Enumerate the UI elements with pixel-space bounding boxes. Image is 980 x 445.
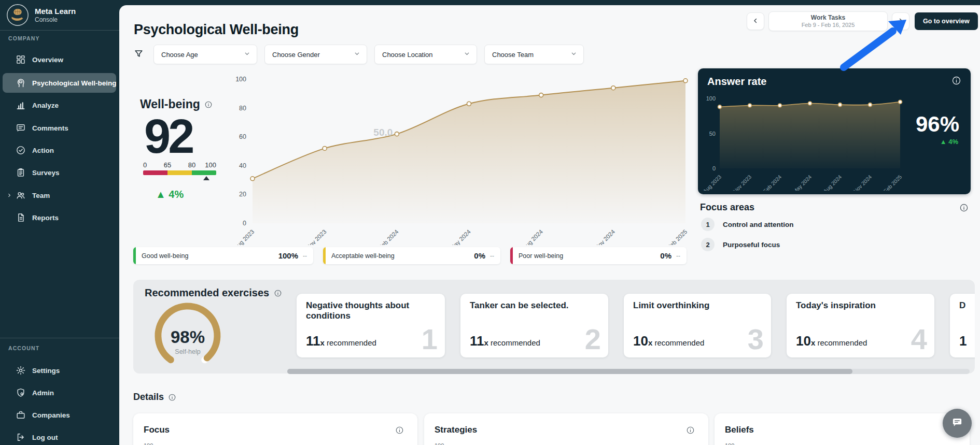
- exercise-count: 11x recommended: [306, 333, 376, 349]
- sidebar-item-label: Surveys: [32, 169, 60, 177]
- logout-icon: [16, 432, 26, 442]
- period-prev-button[interactable]: [747, 12, 764, 30]
- svg-text:Nov 2024: Nov 2024: [852, 174, 873, 191]
- answer-rate-delta: ▲ 4%: [940, 138, 958, 146]
- info-icon[interactable]: [951, 76, 961, 88]
- go-to-overview-button[interactable]: Go to overview: [915, 12, 978, 30]
- exercise-card[interactable]: Today's inspiration10x recommended4: [787, 294, 934, 357]
- scale-tick-label: 65: [164, 161, 171, 169]
- sidebar-item-action[interactable]: Action: [3, 140, 116, 160]
- bar-chart-icon: [16, 100, 26, 110]
- detail-card-title: Focus: [144, 425, 170, 435]
- shield-icon: [16, 387, 26, 398]
- exercise-card[interactable]: Tanker can be selected.11x recommended2: [460, 294, 608, 357]
- chat-button[interactable]: [943, 409, 972, 438]
- exercise-card[interactable]: Negative thoughts about conditions11x re…: [297, 294, 445, 357]
- legend-value: 0%: [660, 251, 671, 260]
- info-icon[interactable]: [274, 289, 282, 297]
- sidebar-item-surveys[interactable]: Surveys: [3, 163, 116, 182]
- exercise-count: 1: [959, 333, 967, 349]
- briefcase-icon: [16, 410, 26, 420]
- axis-tick-label: 100: [725, 442, 734, 445]
- sidebar-item-reports[interactable]: Reports: [3, 208, 116, 227]
- scale-segment: [167, 170, 192, 175]
- legend-card-good-well-being[interactable]: Good well-being100%--: [133, 247, 313, 264]
- legend-value: 0%: [474, 251, 485, 260]
- scale-segment: [192, 170, 216, 175]
- svg-text:40: 40: [239, 162, 246, 169]
- legend-card-acceptable-well-being[interactable]: Acceptable well-being0%--: [323, 247, 500, 264]
- gauge-value: 98%: [149, 327, 227, 347]
- sidebar-item-analyze[interactable]: Analyze: [3, 95, 116, 115]
- svg-text:Aug 2024: Aug 2024: [822, 174, 843, 191]
- period-title: Work Tasks: [811, 14, 845, 22]
- count-suffix: recommended: [325, 338, 376, 347]
- sidebar-item-label: Reports: [32, 214, 59, 222]
- legend-card-poor-well-being[interactable]: Poor well-being0%--: [510, 247, 687, 264]
- sidebar-item-team[interactable]: Team: [3, 185, 116, 205]
- exercise-count: 10x recommended: [633, 333, 704, 349]
- sidebar-item-label: Settings: [32, 367, 60, 375]
- focus-rank-badge: 1: [701, 218, 715, 231]
- exercise-rank-number: 1: [422, 321, 438, 357]
- sidebar-divider: [0, 30, 119, 31]
- sidebar-item-settings[interactable]: Settings: [3, 361, 116, 380]
- svg-text:May 2024: May 2024: [791, 174, 813, 191]
- focus-area-item[interactable]: 1Control and attention: [701, 218, 793, 231]
- svg-text:Nov 2023: Nov 2023: [732, 174, 752, 191]
- svg-text:0: 0: [712, 165, 716, 171]
- exercise-rank-number: 2: [585, 321, 601, 357]
- svg-text:Aug 2023: Aug 2023: [233, 228, 255, 245]
- exercises-scrollbar-thumb[interactable]: [287, 369, 852, 374]
- comment-icon: [16, 123, 26, 133]
- exercise-title: Tanker can be selected.: [470, 300, 600, 311]
- sidebar-item-overview[interactable]: Overview: [3, 50, 116, 69]
- legend-label: Good well-being: [142, 252, 278, 260]
- exercise-title: Limit overthinking: [633, 300, 763, 311]
- info-icon[interactable]: [168, 393, 176, 401]
- svg-text:Aug 2023: Aug 2023: [702, 174, 722, 191]
- sidebar-item-psychological-well-being[interactable]: Psychological Well-being: [3, 73, 116, 93]
- legend-trend: --: [676, 252, 680, 260]
- sidebar-item-admin[interactable]: Admin: [3, 383, 116, 403]
- sidebar: Meta Learn Console COMPANYOverviewPsycho…: [0, 0, 119, 445]
- count-number: 11: [470, 333, 484, 349]
- info-icon[interactable]: [395, 426, 404, 435]
- count-suffix: recommended: [815, 338, 867, 347]
- info-icon[interactable]: [686, 426, 695, 435]
- svg-text:20: 20: [239, 191, 246, 198]
- detail-card-title: Beliefs: [725, 425, 754, 435]
- period-selector[interactable]: Work Tasks Feb 9 - Feb 16, 2025: [768, 11, 888, 31]
- focus-area-item[interactable]: 2Purposeful focus: [701, 238, 780, 251]
- chevron-right-icon: [897, 17, 904, 26]
- info-icon[interactable]: [959, 203, 969, 214]
- sidebar-item-log-out[interactable]: Log out: [3, 427, 116, 445]
- sidebar-divider: [0, 338, 119, 338]
- gauge-label: Self-help: [149, 348, 227, 355]
- axis-tick-label: 100: [144, 442, 153, 445]
- legend-label: Acceptable well-being: [331, 252, 474, 260]
- sidebar-item-comments[interactable]: Comments: [3, 118, 116, 138]
- grid-icon: [16, 54, 26, 65]
- legend-color-bar: [510, 247, 513, 264]
- info-icon[interactable]: [204, 101, 213, 109]
- filter-funnel-icon: [134, 49, 144, 61]
- wellbeing-score: 92: [144, 112, 239, 160]
- exercise-card[interactable]: Limit overthinking10x recommended3: [624, 294, 771, 357]
- legend-color-bar: [133, 247, 136, 264]
- answer-rate-value: 96%: [916, 112, 959, 137]
- sidebar-item-companies[interactable]: Companies: [3, 405, 116, 425]
- sidebar-item-label: Admin: [32, 389, 54, 397]
- sidebar-item-label: Overview: [32, 56, 63, 64]
- period-next-button[interactable]: [892, 12, 909, 30]
- page-title: Psychological Well-being: [134, 22, 299, 38]
- recommended-title: Recommended exercises: [145, 287, 269, 299]
- count-x: x: [648, 338, 652, 347]
- svg-text:100: 100: [706, 95, 716, 102]
- sidebar-item-label: Action: [32, 147, 54, 154]
- brand-logo[interactable]: Meta Learn Console: [6, 4, 76, 26]
- wellbeing-scale: 06580100: [143, 161, 216, 175]
- scale-segment: [143, 170, 167, 175]
- exercise-card[interactable]: D1: [950, 294, 975, 357]
- main-panel: Psychological Well-being Work Tasks Feb …: [119, 5, 980, 445]
